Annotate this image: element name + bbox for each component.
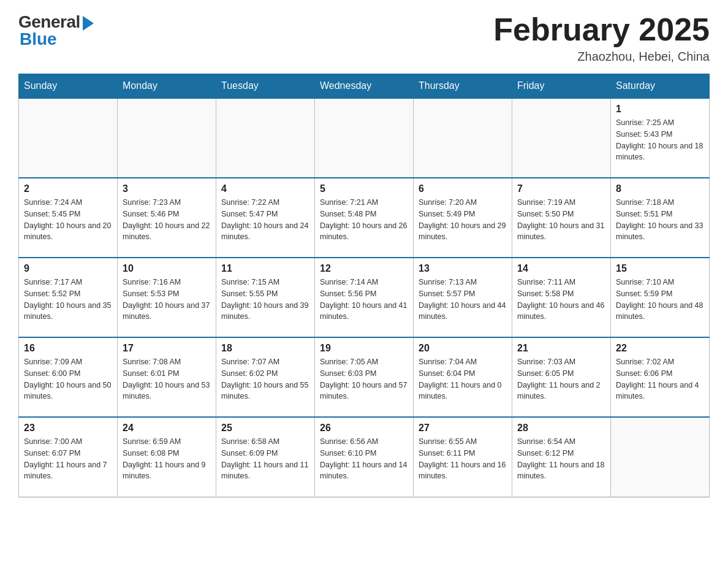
- calendar-cell: 21Sunrise: 7:03 AMSunset: 6:05 PMDayligh…: [512, 337, 611, 417]
- day-number: 26: [320, 423, 408, 434]
- calendar-cell: 24Sunrise: 6:59 AMSunset: 6:08 PMDayligh…: [118, 417, 216, 497]
- day-info: Sunrise: 7:17 AMSunset: 5:52 PMDaylight:…: [24, 277, 112, 323]
- day-info: Sunrise: 7:20 AMSunset: 5:49 PMDaylight:…: [419, 197, 507, 243]
- logo: General Blue: [18, 12, 94, 49]
- day-number: 1: [616, 104, 704, 115]
- calendar-cell: 9Sunrise: 7:17 AMSunset: 5:52 PMDaylight…: [19, 258, 118, 337]
- calendar-cell: [414, 98, 512, 178]
- weekday-header-wednesday: Wednesday: [315, 74, 414, 99]
- calendar-cell: 12Sunrise: 7:14 AMSunset: 5:56 PMDayligh…: [315, 258, 414, 337]
- day-info: Sunrise: 7:18 AMSunset: 5:51 PMDaylight:…: [616, 197, 704, 243]
- calendar-cell: 23Sunrise: 7:00 AMSunset: 6:07 PMDayligh…: [19, 417, 118, 497]
- weekday-header-monday: Monday: [118, 74, 216, 99]
- day-info: Sunrise: 6:58 AMSunset: 6:09 PMDaylight:…: [221, 436, 309, 482]
- calendar-week-row: 1Sunrise: 7:25 AMSunset: 5:43 PMDaylight…: [19, 98, 710, 178]
- day-number: 9: [24, 263, 112, 274]
- weekday-header-row: SundayMondayTuesdayWednesdayThursdayFrid…: [19, 74, 710, 99]
- title-area: February 2025 Zhaozhou, Hebei, China: [493, 12, 710, 64]
- calendar-table: SundayMondayTuesdayWednesdayThursdayFrid…: [18, 74, 710, 497]
- calendar-week-row: 16Sunrise: 7:09 AMSunset: 6:00 PMDayligh…: [19, 337, 710, 417]
- calendar-cell: 7Sunrise: 7:19 AMSunset: 5:50 PMDaylight…: [512, 178, 611, 258]
- calendar-week-row: 23Sunrise: 7:00 AMSunset: 6:07 PMDayligh…: [19, 417, 710, 497]
- day-info: Sunrise: 7:03 AMSunset: 6:05 PMDaylight:…: [517, 356, 605, 402]
- day-info: Sunrise: 7:00 AMSunset: 6:07 PMDaylight:…: [24, 436, 112, 482]
- day-info: Sunrise: 7:04 AMSunset: 6:04 PMDaylight:…: [419, 356, 507, 402]
- calendar-cell: 14Sunrise: 7:11 AMSunset: 5:58 PMDayligh…: [512, 258, 611, 337]
- calendar-cell: 16Sunrise: 7:09 AMSunset: 6:00 PMDayligh…: [19, 337, 118, 417]
- calendar-cell: 4Sunrise: 7:22 AMSunset: 5:47 PMDaylight…: [216, 178, 315, 258]
- day-info: Sunrise: 6:55 AMSunset: 6:11 PMDaylight:…: [419, 436, 507, 482]
- day-number: 25: [221, 423, 309, 434]
- calendar-cell: 1Sunrise: 7:25 AMSunset: 5:43 PMDaylight…: [611, 98, 710, 178]
- calendar-cell: 10Sunrise: 7:16 AMSunset: 5:53 PMDayligh…: [118, 258, 216, 337]
- calendar-cell: 6Sunrise: 7:20 AMSunset: 5:49 PMDaylight…: [414, 178, 512, 258]
- day-number: 22: [616, 343, 704, 354]
- day-info: Sunrise: 6:54 AMSunset: 6:12 PMDaylight:…: [517, 436, 605, 482]
- day-number: 6: [419, 183, 507, 194]
- calendar-cell: 3Sunrise: 7:23 AMSunset: 5:46 PMDaylight…: [118, 178, 216, 258]
- day-info: Sunrise: 7:21 AMSunset: 5:48 PMDaylight:…: [320, 197, 408, 243]
- day-info: Sunrise: 7:24 AMSunset: 5:45 PMDaylight:…: [24, 197, 112, 243]
- calendar-cell: 5Sunrise: 7:21 AMSunset: 5:48 PMDaylight…: [315, 178, 414, 258]
- calendar-cell: 8Sunrise: 7:18 AMSunset: 5:51 PMDaylight…: [611, 178, 710, 258]
- day-info: Sunrise: 7:22 AMSunset: 5:47 PMDaylight:…: [221, 197, 309, 243]
- calendar-cell: [512, 98, 611, 178]
- calendar-cell: 15Sunrise: 7:10 AMSunset: 5:59 PMDayligh…: [611, 258, 710, 337]
- calendar-cell: [19, 98, 118, 178]
- day-number: 2: [24, 183, 112, 194]
- day-info: Sunrise: 7:14 AMSunset: 5:56 PMDaylight:…: [320, 277, 408, 323]
- calendar-cell: 19Sunrise: 7:05 AMSunset: 6:03 PMDayligh…: [315, 337, 414, 417]
- day-number: 4: [221, 183, 309, 194]
- calendar-cell: 26Sunrise: 6:56 AMSunset: 6:10 PMDayligh…: [315, 417, 414, 497]
- day-number: 7: [517, 183, 605, 194]
- calendar-cell: 17Sunrise: 7:08 AMSunset: 6:01 PMDayligh…: [118, 337, 216, 417]
- calendar-cell: [118, 98, 216, 178]
- day-info: Sunrise: 7:15 AMSunset: 5:55 PMDaylight:…: [221, 277, 309, 323]
- calendar-cell: 25Sunrise: 6:58 AMSunset: 6:09 PMDayligh…: [216, 417, 315, 497]
- day-number: 19: [320, 343, 408, 354]
- day-info: Sunrise: 7:09 AMSunset: 6:00 PMDaylight:…: [24, 356, 112, 402]
- calendar-cell: [216, 98, 315, 178]
- weekday-header-sunday: Sunday: [19, 74, 118, 99]
- day-number: 17: [123, 343, 211, 354]
- day-info: Sunrise: 7:13 AMSunset: 5:57 PMDaylight:…: [419, 277, 507, 323]
- calendar-cell: 18Sunrise: 7:07 AMSunset: 6:02 PMDayligh…: [216, 337, 315, 417]
- calendar-cell: 11Sunrise: 7:15 AMSunset: 5:55 PMDayligh…: [216, 258, 315, 337]
- day-info: Sunrise: 7:11 AMSunset: 5:58 PMDaylight:…: [517, 277, 605, 323]
- day-info: Sunrise: 7:08 AMSunset: 6:01 PMDaylight:…: [123, 356, 211, 402]
- day-number: 20: [419, 343, 507, 354]
- day-info: Sunrise: 7:10 AMSunset: 5:59 PMDaylight:…: [616, 277, 704, 323]
- calendar-cell: 13Sunrise: 7:13 AMSunset: 5:57 PMDayligh…: [414, 258, 512, 337]
- day-number: 18: [221, 343, 309, 354]
- day-info: Sunrise: 6:59 AMSunset: 6:08 PMDaylight:…: [123, 436, 211, 482]
- month-title: February 2025: [493, 12, 710, 47]
- day-number: 13: [419, 263, 507, 274]
- day-number: 3: [123, 183, 211, 194]
- day-number: 21: [517, 343, 605, 354]
- logo-blue-text: Blue: [18, 29, 57, 49]
- calendar-week-row: 9Sunrise: 7:17 AMSunset: 5:52 PMDaylight…: [19, 258, 710, 337]
- day-info: Sunrise: 7:25 AMSunset: 5:43 PMDaylight:…: [616, 117, 704, 163]
- calendar-cell: [611, 417, 710, 497]
- weekday-header-thursday: Thursday: [414, 74, 512, 99]
- day-info: Sunrise: 7:02 AMSunset: 6:06 PMDaylight:…: [616, 356, 704, 402]
- calendar-cell: 20Sunrise: 7:04 AMSunset: 6:04 PMDayligh…: [414, 337, 512, 417]
- logo-arrow-icon: [83, 16, 94, 31]
- day-number: 12: [320, 263, 408, 274]
- day-number: 28: [517, 423, 605, 434]
- day-info: Sunrise: 7:16 AMSunset: 5:53 PMDaylight:…: [123, 277, 211, 323]
- location: Zhaozhou, Hebei, China: [493, 50, 710, 64]
- calendar-cell: 22Sunrise: 7:02 AMSunset: 6:06 PMDayligh…: [611, 337, 710, 417]
- day-number: 5: [320, 183, 408, 194]
- day-info: Sunrise: 6:56 AMSunset: 6:10 PMDaylight:…: [320, 436, 408, 482]
- calendar-week-row: 2Sunrise: 7:24 AMSunset: 5:45 PMDaylight…: [19, 178, 710, 258]
- day-number: 14: [517, 263, 605, 274]
- day-number: 16: [24, 343, 112, 354]
- day-number: 11: [221, 263, 309, 274]
- day-number: 8: [616, 183, 704, 194]
- page-header: General Blue February 2025 Zhaozhou, Heb…: [18, 12, 710, 64]
- day-number: 15: [616, 263, 704, 274]
- day-number: 24: [123, 423, 211, 434]
- day-number: 23: [24, 423, 112, 434]
- day-info: Sunrise: 7:07 AMSunset: 6:02 PMDaylight:…: [221, 356, 309, 402]
